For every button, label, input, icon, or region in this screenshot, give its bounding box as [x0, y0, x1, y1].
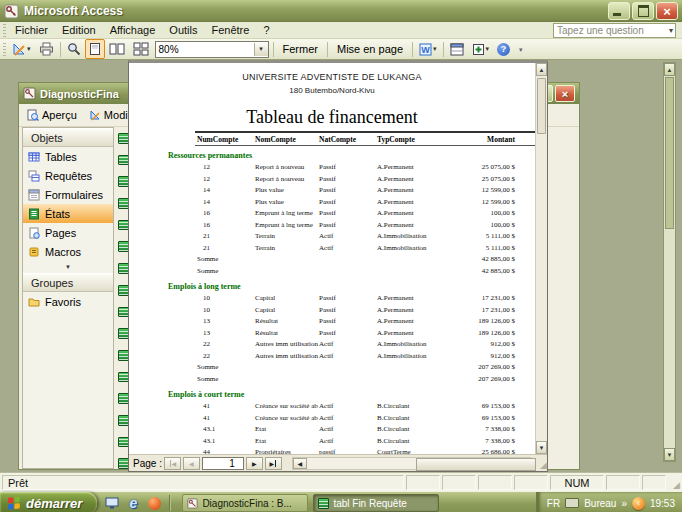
toolbar-separator	[60, 42, 61, 57]
start-button[interactable]: démarrer	[0, 492, 97, 512]
two-pages-button[interactable]	[105, 39, 129, 59]
col-typcompte: TypCompte	[377, 135, 467, 144]
menu-outils[interactable]: Outils	[162, 23, 204, 37]
internet-explorer-icon[interactable]: e	[125, 495, 141, 511]
sidebar-item-etats[interactable]: États	[23, 204, 113, 223]
toolbar-overflow-chevron[interactable]: »	[621, 498, 627, 509]
menu-affichage[interactable]: Affichage	[103, 23, 163, 37]
db-close-button[interactable]: ×	[555, 85, 575, 102]
taskbar-task-database[interactable]: DiagnosticFina : B...	[182, 494, 308, 512]
cell-nomcompte: Terrain	[255, 243, 319, 255]
first-page-button[interactable]: ◀	[164, 457, 181, 470]
page-setup-button[interactable]: Mise en page	[330, 39, 410, 59]
windows-logo-icon	[7, 496, 21, 510]
close-preview-button[interactable]: Fermer	[276, 39, 325, 59]
menu-fichier[interactable]: Fichier	[8, 23, 55, 37]
zoom-level-combobox[interactable]: 80% ▾	[155, 41, 269, 58]
design-view-button[interactable]: ▾	[8, 39, 35, 59]
close-button[interactable]: ×	[656, 2, 678, 20]
report-icon	[28, 208, 40, 220]
design-icon	[89, 109, 101, 121]
zoom-tool-button[interactable]	[63, 39, 85, 59]
scroll-left-icon[interactable]: ◀	[293, 458, 307, 469]
sidebar-item-tables[interactable]: Tables	[23, 147, 113, 166]
report-row: 16Emprunt à lng termePassifA.Permanent10…	[195, 220, 535, 232]
cell-typcompte: B.Circulant	[377, 436, 467, 448]
cell-natcompte: Passif	[319, 162, 377, 174]
cell-typcompte: B.Circulant	[377, 424, 467, 436]
media-player-icon[interactable]	[146, 495, 162, 511]
menu-aide[interactable]: ?	[256, 23, 276, 37]
ask-question-input[interactable]: Tapez une question ▾	[553, 23, 676, 38]
cell-montant: 42 885,00 $	[467, 254, 535, 266]
sidebar-item-formulaires[interactable]: Formulaires	[23, 185, 113, 204]
cell-montant: 25 075,00 $	[467, 174, 535, 186]
preview-vertical-scrollbar[interactable]: ▲ ▼	[535, 63, 547, 454]
toolbar-grip[interactable]	[3, 43, 6, 56]
taskbar: démarrer e DiagnosticFina : B... tabl Fi…	[0, 492, 682, 512]
menu-fenetre[interactable]: Fenêtre	[204, 23, 256, 37]
minimize-button[interactable]	[608, 2, 630, 20]
sidebar-item-macros[interactable]: Macros	[23, 242, 113, 261]
start-label: démarrer	[26, 496, 82, 511]
menu-edition[interactable]: Edition	[55, 23, 103, 37]
cell-nomcompte: Report à nouveau	[255, 162, 319, 174]
toolbar-options-chevron[interactable]: ▾	[516, 47, 526, 52]
scroll-up-icon[interactable]: ▲	[664, 63, 675, 76]
database-window-button[interactable]	[446, 39, 468, 59]
one-page-button[interactable]	[85, 39, 105, 59]
magnifier-icon	[67, 42, 81, 56]
last-page-button[interactable]: ▶	[265, 457, 282, 470]
page-navigation-bar: Page : ◀ ◀ 1 ▶ ▶ ◀ ▶ ◢	[129, 454, 547, 471]
cell-typcompte: A.Permanent	[377, 208, 467, 220]
scroll-down-icon[interactable]: ▼	[536, 441, 547, 454]
report-row: 43.1EtatActifB.Circulant7 338,00 $	[195, 436, 535, 448]
preview-horizontal-scrollbar[interactable]: ◀ ▶	[292, 457, 531, 470]
chevron-down-icon[interactable]: ▾	[669, 26, 675, 35]
sidebar-item-requetes[interactable]: Requêtes	[23, 166, 113, 185]
scroll-up-icon[interactable]: ▲	[536, 63, 547, 76]
chevron-down-icon[interactable]: ▾	[254, 43, 268, 56]
status-cell	[442, 475, 476, 490]
current-page-input[interactable]: 1	[202, 457, 244, 470]
scroll-down-icon[interactable]: ▼	[664, 448, 675, 461]
cell-numcompte: 22	[195, 339, 255, 351]
sidebar-item-favoris[interactable]: Favoris	[23, 292, 113, 311]
scrollbar-thumb[interactable]	[537, 78, 546, 134]
hide-icons-button[interactable]: ‹	[632, 497, 645, 510]
help-button[interactable]: ?	[493, 39, 514, 59]
desktop-toolbar-label[interactable]: Bureau	[584, 498, 616, 509]
cell-natcompte	[319, 374, 377, 386]
office-links-button[interactable]: W ▾	[415, 39, 441, 59]
scrollbar-track[interactable]	[664, 230, 675, 448]
mdi-vertical-scrollbar[interactable]: ▲ ▼	[663, 62, 676, 462]
scrollbar-thumb[interactable]	[665, 77, 674, 229]
clock: 19:53	[650, 498, 675, 509]
scrollbar-track[interactable]	[536, 136, 547, 441]
keyboard-icon[interactable]	[565, 498, 579, 508]
cell-natcompte: Passif	[319, 185, 377, 197]
new-object-button[interactable]: ▾	[468, 39, 494, 59]
previous-page-button[interactable]: ◀	[183, 457, 200, 470]
toolbar-grip[interactable]	[3, 24, 6, 37]
multiple-pages-button[interactable]	[129, 39, 153, 59]
language-indicator[interactable]: FR	[547, 498, 560, 509]
groups-header[interactable]: Groupes	[23, 273, 113, 292]
taskbar-task-report[interactable]: tabl Fin Requête	[313, 494, 439, 512]
report-section-header: Emplois à court terme	[168, 390, 535, 399]
objects-header[interactable]: Objets	[23, 128, 113, 147]
print-button[interactable]	[35, 39, 58, 59]
cell-montant: 25 075,00 $	[467, 162, 535, 174]
cell-numcompte: 43.1	[195, 424, 255, 436]
maximize-button[interactable]	[632, 2, 654, 20]
apercu-button[interactable]: Aperçu	[23, 108, 81, 122]
cell-nomcompte	[255, 266, 319, 278]
scrollbar-thumb[interactable]	[416, 458, 536, 471]
report-org-address: 180 Butembo/Nord-Kivu	[129, 86, 535, 95]
cell-montant: 912,00 $	[467, 339, 535, 351]
show-desktop-icon[interactable]	[104, 495, 120, 511]
next-page-button[interactable]: ▶	[246, 457, 263, 470]
task-label: DiagnosticFina : B...	[202, 498, 291, 509]
sidebar-item-pages[interactable]: Pages	[23, 223, 113, 242]
objects-list-scroll-down[interactable]: ▼	[23, 261, 113, 273]
